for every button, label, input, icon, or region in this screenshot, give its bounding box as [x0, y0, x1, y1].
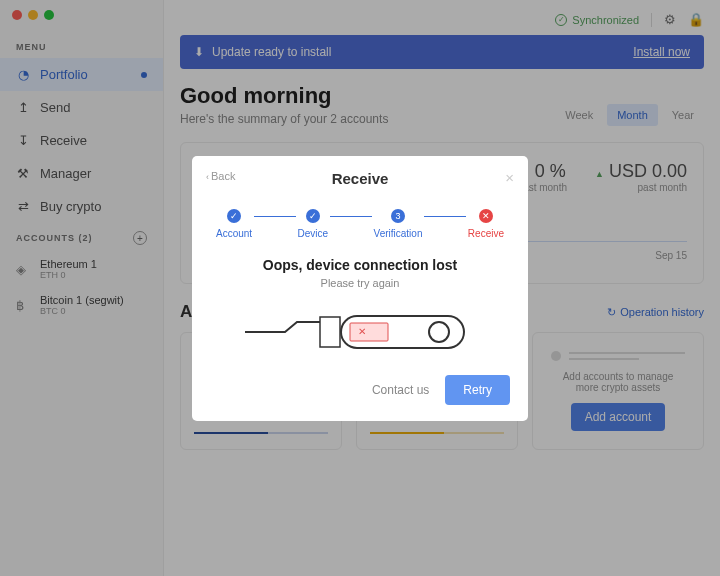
error-subtext: Please try again	[210, 277, 510, 289]
svg-text:✕: ✕	[358, 326, 366, 337]
receive-modal: ‹Back × Receive ✓Account ✓Device 3Verifi…	[192, 156, 528, 421]
step-indicator: ✓Account ✓Device 3Verification ✕Receive	[214, 209, 506, 239]
step-receive: ✕Receive	[466, 209, 506, 239]
contact-us-link[interactable]: Contact us	[372, 383, 429, 397]
error-icon: ✕	[479, 209, 493, 223]
svg-rect-0	[320, 317, 340, 347]
modal-overlay[interactable]: ‹Back × Receive ✓Account ✓Device 3Verifi…	[0, 0, 720, 576]
step-verification: 3Verification	[372, 209, 425, 239]
chevron-left-icon: ‹	[206, 172, 209, 182]
step-number: 3	[391, 209, 405, 223]
check-icon: ✓	[227, 209, 241, 223]
step-account: ✓Account	[214, 209, 254, 239]
svg-rect-3	[350, 323, 388, 341]
modal-footer: Contact us Retry	[210, 375, 510, 405]
step-device: ✓Device	[296, 209, 331, 239]
back-button[interactable]: ‹Back	[206, 170, 235, 182]
close-icon[interactable]: ×	[505, 169, 514, 186]
check-icon: ✓	[306, 209, 320, 223]
device-illustration: ✕	[245, 309, 475, 355]
retry-button[interactable]: Retry	[445, 375, 510, 405]
modal-title: Receive	[210, 170, 510, 187]
error-message: Oops, device connection lost	[210, 257, 510, 273]
